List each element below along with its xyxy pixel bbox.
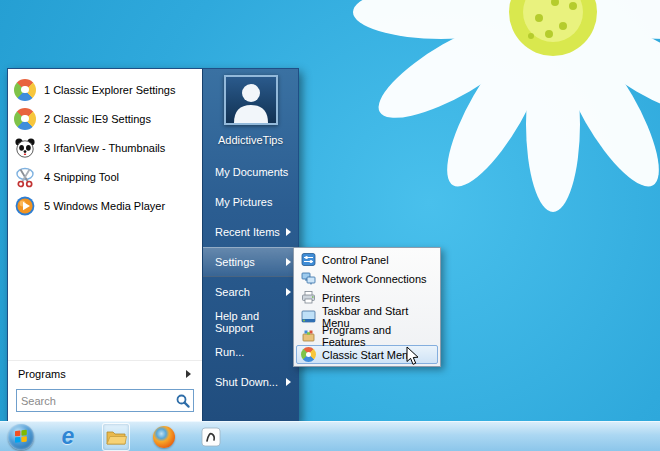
user-name: AddictiveTips <box>203 134 298 146</box>
pinned-item-label: 4 Snipping Tool <box>44 171 119 183</box>
start-menu-pinned-panel: 1 Classic Explorer Settings 2 Classic IE… <box>8 69 202 421</box>
pinned-item-windows-media-player[interactable]: 5 Windows Media Player <box>8 191 202 220</box>
user-avatar[interactable] <box>224 75 278 125</box>
control-panel-icon <box>301 252 316 267</box>
printers-icon <box>301 290 316 305</box>
menu-item-label: Settings <box>215 256 255 268</box>
start-menu: 1 Classic Explorer Settings 2 Classic IE… <box>7 68 299 422</box>
submenu-item-control-panel[interactable]: Control Panel <box>296 250 438 269</box>
taskbar <box>0 421 660 451</box>
menu-item-my-documents[interactable]: My Documents <box>203 157 298 187</box>
snipping-tool-icon <box>14 166 36 188</box>
pinned-item-snipping-tool[interactable]: 4 Snipping Tool <box>8 162 202 191</box>
menu-item-label: Help and Support <box>215 310 298 334</box>
menu-item-label: My Pictures <box>215 196 272 208</box>
pinned-item-classic-ie9-settings[interactable]: 2 Classic IE9 Settings <box>8 104 202 133</box>
windows-logo-icon <box>8 424 34 450</box>
submenu-item-programs-and-features[interactable]: Programs and Features <box>296 326 438 345</box>
menu-item-label: Search <box>215 286 250 298</box>
classic-shell-icon <box>14 79 36 101</box>
firefox-icon <box>153 426 175 448</box>
submenu-arrow-icon <box>286 228 291 236</box>
irfanview-panda-icon <box>14 137 36 159</box>
settings-submenu: Control Panel Network Connections Printe… <box>293 247 441 367</box>
classic-shell-icon <box>14 108 36 130</box>
menu-item-search[interactable]: Search <box>203 277 298 307</box>
taskbar-item-file-explorer[interactable] <box>102 423 130 451</box>
submenu-item-classic-start-menu[interactable]: Classic Start Menu <box>296 345 438 364</box>
menu-item-label: Recent Items <box>215 226 280 238</box>
menu-item-run[interactable]: Run... <box>203 337 298 367</box>
screen: 1 Classic Explorer Settings 2 Classic IE… <box>0 0 660 451</box>
user-silhouette-icon <box>226 77 276 123</box>
search-box <box>16 389 194 412</box>
start-button[interactable] <box>8 424 34 450</box>
programs-menu-item[interactable]: Programs <box>8 360 202 386</box>
pinned-item-label: 2 Classic IE9 Settings <box>44 113 151 125</box>
submenu-item-network-connections[interactable]: Network Connections <box>296 269 438 288</box>
submenu-arrow-icon <box>286 288 291 296</box>
menu-item-shut-down[interactable]: Shut Down... <box>203 367 298 397</box>
search-input[interactable] <box>17 395 175 407</box>
menu-item-recent-items[interactable]: Recent Items <box>203 217 298 247</box>
menu-item-help-and-support[interactable]: Help and Support <box>203 307 298 337</box>
sketch-app-icon <box>200 426 222 448</box>
menu-item-label: Run... <box>215 346 244 358</box>
windows-media-player-icon <box>14 195 36 217</box>
network-connections-icon <box>301 271 316 286</box>
submenu-arrow-icon <box>186 370 191 378</box>
search-icon[interactable] <box>175 393 191 409</box>
submenu-item-label: Programs and Features <box>322 324 433 348</box>
submenu-item-label: Classic Start Menu <box>322 349 414 361</box>
folder-icon <box>105 426 127 448</box>
taskbar-item-firefox[interactable] <box>151 424 177 450</box>
submenu-arrow-icon <box>286 258 291 266</box>
taskbar-settings-icon <box>301 309 316 324</box>
pinned-panel-spacer <box>8 220 202 360</box>
menu-item-label: Shut Down... <box>215 376 278 388</box>
submenu-item-label: Control Panel <box>322 254 389 266</box>
programs-label: Programs <box>18 368 66 380</box>
pinned-item-label: 1 Classic Explorer Settings <box>44 84 175 96</box>
submenu-item-label: Network Connections <box>322 273 427 285</box>
start-menu-places-panel: AddictiveTips My Documents My Pictures R… <box>202 69 298 421</box>
submenu-item-label: Printers <box>322 292 360 304</box>
pinned-item-label: 5 Windows Media Player <box>44 200 165 212</box>
pinned-item-irfanview[interactable]: 3 IrfanView - Thumbnails <box>8 133 202 162</box>
pinned-item-classic-explorer-settings[interactable]: 1 Classic Explorer Settings <box>8 75 202 104</box>
programs-features-icon <box>301 328 316 343</box>
classic-start-menu-icon <box>301 347 316 362</box>
menu-item-my-pictures[interactable]: My Pictures <box>203 187 298 217</box>
menu-item-label: My Documents <box>215 166 288 178</box>
internet-explorer-icon <box>62 425 75 448</box>
pinned-item-label: 3 IrfanView - Thumbnails <box>44 142 165 154</box>
menu-item-settings[interactable]: Settings <box>203 247 298 277</box>
submenu-arrow-icon <box>286 378 291 386</box>
taskbar-item-internet-explorer[interactable] <box>55 424 81 450</box>
taskbar-item-sketch-app[interactable] <box>198 424 224 450</box>
